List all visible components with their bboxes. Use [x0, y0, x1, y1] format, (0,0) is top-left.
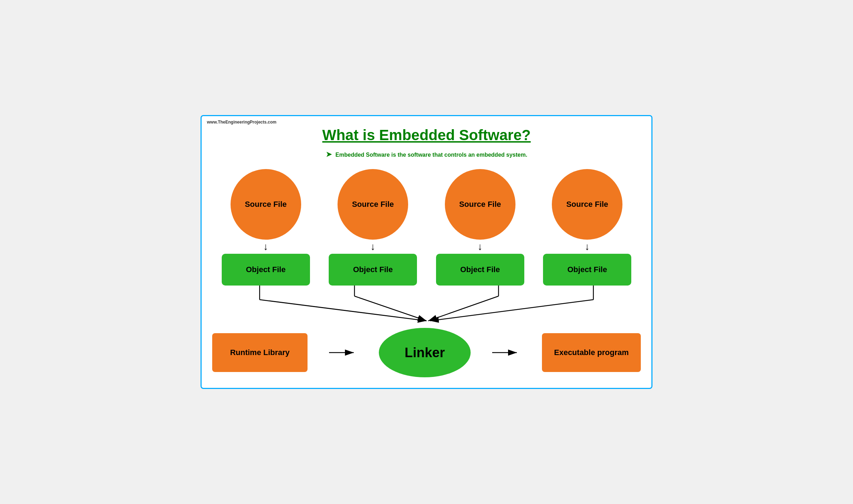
source-item-1: Source File ↓ Object File — [219, 169, 313, 286]
down-arrow-4: ↓ — [585, 242, 590, 252]
object-box-3: Object File — [436, 254, 524, 286]
object-box-2: Object File — [329, 254, 417, 286]
source-files-row: Source File ↓ Object File Source File ↓ … — [212, 169, 641, 286]
object-box-4: Object File — [543, 254, 631, 286]
source-circle-2: Source File — [338, 169, 408, 240]
svg-line-8 — [430, 300, 593, 321]
down-arrow-1: ↓ — [263, 242, 268, 252]
connector-section — [212, 286, 641, 328]
main-container: www.TheEngineeringProjects.com What is E… — [201, 115, 652, 389]
connector-svg — [212, 286, 641, 328]
source-item-2: Source File ↓ Object File — [326, 169, 420, 286]
bottom-section: Runtime Library Linker — [212, 328, 641, 377]
subtitle-text: Embedded Software is the software that c… — [334, 152, 527, 158]
linker-to-executable-arrow — [492, 347, 520, 358]
linker-ellipse: Linker — [379, 328, 471, 377]
down-arrow-2: ↓ — [370, 242, 375, 252]
page-title: What is Embedded Software? — [212, 127, 641, 144]
source-circle-4: Source File — [552, 169, 622, 240]
source-item-4: Source File ↓ Object File — [540, 169, 634, 286]
arrow-icon: ➤ — [326, 150, 332, 158]
source-item-3: Source File ↓ Object File — [433, 169, 527, 286]
runtime-to-linker-arrow — [329, 347, 357, 358]
svg-line-6 — [428, 296, 499, 321]
object-box-1: Object File — [222, 254, 310, 286]
executable-program-box: Executable program — [542, 333, 641, 372]
website-url: www.TheEngineeringProjects.com — [207, 120, 276, 125]
source-circle-1: Source File — [231, 169, 301, 240]
diagram: Source File ↓ Object File Source File ↓ … — [212, 169, 641, 377]
source-circle-3: Source File — [445, 169, 515, 240]
subtitle: ➤ Embedded Software is the software that… — [212, 150, 641, 158]
down-arrow-3: ↓ — [478, 242, 483, 252]
svg-line-2 — [260, 300, 426, 321]
svg-line-4 — [354, 296, 426, 321]
runtime-library-box: Runtime Library — [212, 333, 308, 372]
